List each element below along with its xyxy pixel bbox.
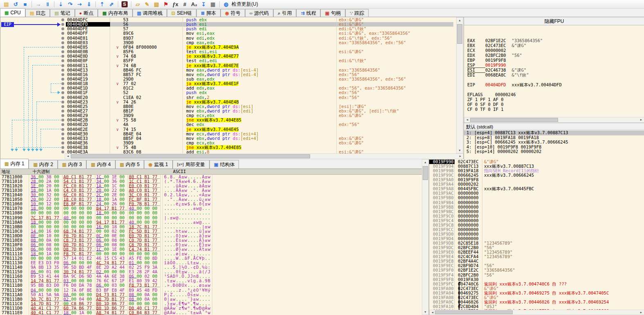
disasm-row[interactable]: 00404E1929D0sub eax,edxeax:"3365864356",…	[66, 77, 453, 81]
disasm-row[interactable]: 00404E278B1Fmov ebx,dword ptr ds:[edi]eb…	[66, 109, 453, 113]
scroll-right-arr[interactable]: ►	[638, 117, 644, 122]
update-check-icon[interactable]: ◍	[221, 0, 231, 8]
disasm-row[interactable]: 00404E3639D9cmp ecx,ebxebx:&"课G"	[66, 141, 453, 145]
tab-memory-map[interactable]: ▦内存布局	[98, 9, 132, 17]
scroll-thumb[interactable]	[71, 154, 310, 158]
step-over-icon[interactable]: ↷	[65, 0, 75, 8]
disasm-row[interactable]: 00404E2B∨75 58jne xxx账本v3.7.404E85	[66, 118, 453, 122]
register-row[interactable]: EBP0019F9F8	[467, 58, 506, 63]
stop-icon[interactable]: ■	[20, 0, 30, 8]
disasm-row[interactable]: 00404DFF89C6mov esi,eaxesi:&"课G", eax:"3…	[66, 31, 453, 36]
disasm-row[interactable]: 00404E1B∨77 02ja xxx账本v3.7.404E1F	[66, 81, 453, 86]
disasm-row[interactable]: 00404E308B4E 04mov ecx,dword ptr ds:[esi…	[66, 132, 453, 136]
breakpoint-dot[interactable]	[61, 96, 64, 99]
disasm-row[interactable]: 00404E0339D0cmp eax,edxeax:"3365864356",…	[66, 40, 453, 45]
run-icon[interactable]: →	[34, 0, 43, 8]
scroll-right-arr[interactable]: ►	[457, 154, 463, 159]
hide-fpu-button[interactable]: 隐藏FPU	[464, 17, 644, 25]
disassembly-pane[interactable]: EIP 00404DFC53push ebxebx:&"课G"00404DFD5…	[0, 17, 464, 159]
dump-row[interactable]: 77B1119004000000127A0F8EB3BFE84FB9A548FD…	[0, 288, 212, 292]
tab-handles[interactable]: ▣句柄	[320, 9, 345, 17]
stack-row[interactable]: 0019F9F80019FA30	[429, 277, 644, 282]
breakpoint-dot[interactable]	[61, 137, 64, 140]
tab-memory-2[interactable]: ▥内存 2	[29, 160, 57, 169]
breakpoint-dot[interactable]	[61, 87, 64, 90]
breakpoint-dot[interactable]	[61, 69, 64, 72]
dump-row[interactable]: 77B111B0307CB17702000400A87DB17708000A00…	[0, 297, 212, 302]
register-row[interactable]: EBX02C473EC&"课G"	[467, 43, 526, 48]
calling-convention-select[interactable]: 默认 (stdcall)	[464, 123, 644, 130]
breakpoint-dot[interactable]	[61, 128, 64, 131]
breakpoint-dot[interactable]	[61, 114, 64, 117]
flags-row[interactable]: OF 0 SF 0 DF 0	[467, 102, 504, 107]
register-row[interactable]: EFLAGS00000246	[467, 92, 516, 97]
flags-row[interactable]: ZF 1 PF 1 AF 0	[467, 97, 504, 102]
tab-script[interactable]: ≣脚本	[196, 9, 221, 17]
register-row[interactable]: EDX02BFC2B0"56"	[467, 53, 522, 58]
disasm-row[interactable]: 00404E11∨74 6Bje xxx账本v3.7.404E7E	[66, 63, 453, 68]
scroll-right-arr[interactable]: ►	[638, 310, 644, 315]
tab-memory-4[interactable]: ▥内存 4	[86, 160, 115, 169]
stack-row[interactable]: 0019F9FC004740C6返回到 xxx账本v3.7.004740C6 自…	[429, 282, 644, 286]
breakpoint-dot[interactable]	[61, 151, 64, 153]
breakpoint-dot[interactable]	[61, 146, 64, 149]
register-row[interactable]: ESP0019F990	[467, 63, 506, 68]
scroll-left-arr[interactable]: ◄	[430, 310, 435, 315]
stack-row[interactable]: 0019F9B400000000	[429, 200, 644, 205]
label-icon[interactable]: ▧	[152, 0, 161, 8]
breakpoint-dot[interactable]	[61, 59, 64, 62]
dump-row[interactable]: 77B110907C17B177400000000000000000000000…	[0, 216, 212, 220]
disasm-row[interactable]: 00404E05∨0F84 8F000000je xxx账本v3.7.404E9…	[66, 45, 453, 50]
memory-dump-rows[interactable]: 77B1100036003800A0C1B1771C001E0080C1B177…	[0, 175, 422, 315]
trace-into-icon[interactable]: ⇢	[75, 0, 84, 8]
disasm-row[interactable]: 00404DFC53push ebxebx:&"课G"	[66, 18, 453, 22]
breakpoint-dot[interactable]	[61, 142, 64, 144]
disasm-row[interactable]: 00404E168B57 FCmov edx,dword ptr ds:[edi…	[66, 72, 453, 77]
stack-horizontal-scrollbar[interactable]: ◄ ►	[429, 310, 644, 315]
breakpoint-dot[interactable]	[61, 32, 64, 35]
breakpoint-dot[interactable]	[61, 101, 64, 104]
tab-symbols[interactable]: ◉符号	[221, 9, 245, 17]
disasm-row[interactable]: 00404E2D4Adec edxedx:"56"	[66, 122, 453, 127]
execute-till-return-icon[interactable]: ⇡	[97, 0, 107, 8]
run-to-user-code-icon[interactable]: ⇓	[84, 0, 94, 8]
disasm-vertical-scrollbar[interactable]: ▲ ▼	[456, 17, 463, 153]
disasm-row[interactable]: 00404E1F52push edxedx:"56"	[66, 90, 453, 95]
dump-row[interactable]: 77B111E04041C17718001A00A874B177C0B4B377…	[0, 310, 212, 315]
disasm-row[interactable]: 00404E0189D7mov edi,edxedi:&"\f鋏", edx:"…	[66, 36, 453, 40]
breakpoint-dot[interactable]	[61, 123, 64, 126]
scroll-left-arr[interactable]: ◄	[464, 117, 470, 122]
breakpoint-dot[interactable]	[61, 55, 64, 58]
run-until-return-icon[interactable]: ⇗	[107, 0, 116, 8]
scroll-up-arr[interactable]: ▲	[457, 18, 463, 23]
register-row[interactable]: EIP00404DFDxxx账本v3.7.00404DFD	[467, 82, 562, 87]
disasm-row[interactable]: 00404E2939D9cmp ecx,ebxebx:&"课G"	[66, 113, 453, 118]
argument-row[interactable]: 1: [esp+4] 00887C13 xxx账本v3.7.00887C13	[464, 130, 644, 135]
stack-pane[interactable]: 0019F99002C473EC&"课G"0019F99400887C13xxx…	[429, 159, 644, 315]
registers-pane[interactable]: 隐藏FPU EAX02BF1E2C"3365864356"EBX02C473EC…	[464, 17, 644, 159]
breakpoint-dot[interactable]	[61, 37, 64, 40]
breakpoint-dot[interactable]	[61, 133, 64, 135]
restart-icon[interactable]: ↺	[11, 0, 20, 8]
pause-icon[interactable]: ‖	[43, 0, 52, 8]
register-row[interactable]: ESI02C46738&"课G"	[467, 68, 526, 72]
disasm-row[interactable]: 00404E2E∨74 15je xxx账本v3.7.404E45	[66, 127, 453, 132]
dump-row[interactable]: 77B1118095BB83D0F6D0DA7806000300F873B177…	[0, 283, 212, 288]
disasm-row[interactable]: 00404E3A83C6 08add esi,8esi:&"课G"	[66, 150, 453, 153]
breakpoint-dot[interactable]	[61, 78, 64, 81]
flags-row[interactable]: CF 0 TF 0 IF 1	[467, 107, 504, 112]
disasm-row[interactable]: 00404E0D∨74 68je xxx账本v3.7.404E77	[66, 54, 453, 59]
scylla-icon[interactable]: S	[122, 1, 128, 7]
disasm-row[interactable]: 00404E0B85F6test esi,esiesi:&"课G"	[66, 50, 453, 54]
scroll-thumb[interactable]	[435, 310, 513, 314]
scroll-down-arr[interactable]: ▼	[457, 148, 463, 153]
breakpoint-dot[interactable]	[61, 27, 64, 30]
tab-seh-chain[interactable]: ⊡SEH链	[167, 9, 196, 17]
tab-log[interactable]: ▤日志	[25, 9, 50, 17]
registers-horizontal-scrollbar[interactable]: ◄ ►	[464, 117, 644, 123]
calculator-icon[interactable]: ▦	[208, 0, 218, 8]
stack-row[interactable]: 0019F9F002BF1E2C"3365864356"	[429, 268, 644, 272]
stack-row[interactable]: 0019F9B800000000	[429, 205, 644, 209]
elevate-icon[interactable]: ↧	[199, 0, 208, 8]
update-check-label[interactable]: 检查更新(U)	[232, 1, 258, 8]
